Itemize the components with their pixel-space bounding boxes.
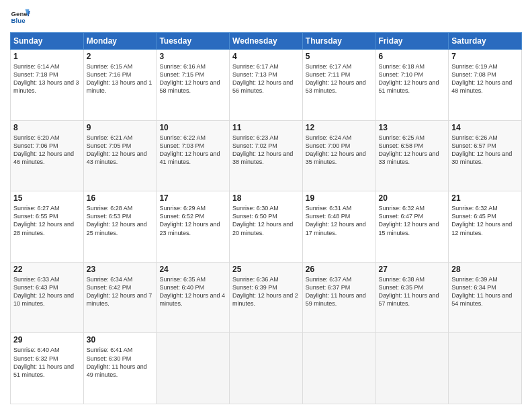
weekday-header-tuesday: Tuesday	[157, 33, 230, 50]
cell-info: Sunrise: 6:29 AMSunset: 6:52 PMDaylight:…	[159, 204, 226, 237]
day-number: 11	[232, 123, 300, 132]
week-row-3: 15Sunrise: 6:27 AMSunset: 6:55 PMDayligh…	[11, 191, 522, 263]
cell-info: Sunrise: 6:22 AMSunset: 7:03 PMDaylight:…	[159, 134, 226, 167]
cell-info: Sunrise: 6:17 AMSunset: 7:13 PMDaylight:…	[232, 62, 300, 95]
calendar-cell: 27Sunrise: 6:38 AMSunset: 6:35 PMDayligh…	[375, 262, 449, 333]
day-number: 17	[159, 193, 226, 203]
day-number: 8	[13, 123, 81, 132]
calendar-cell: 24Sunrise: 6:35 AMSunset: 6:40 PMDayligh…	[157, 262, 230, 333]
calendar-cell: 13Sunrise: 6:25 AMSunset: 6:58 PMDayligh…	[375, 120, 449, 191]
calendar-cell: 3Sunrise: 6:16 AMSunset: 7:15 PMDaylight…	[157, 50, 230, 121]
day-number: 25	[232, 265, 300, 274]
cell-info: Sunrise: 6:27 AMSunset: 6:55 PMDaylight:…	[13, 204, 81, 237]
weekday-header-monday: Monday	[83, 33, 157, 50]
week-row-1: 1Sunrise: 6:14 AMSunset: 7:18 PMDaylight…	[11, 50, 522, 121]
day-number: 5	[306, 52, 373, 61]
calendar-cell: 11Sunrise: 6:23 AMSunset: 7:02 PMDayligh…	[230, 120, 303, 191]
day-number: 2	[87, 52, 154, 61]
day-number: 28	[451, 265, 519, 274]
day-number: 29	[13, 335, 81, 345]
calendar-cell: 18Sunrise: 6:30 AMSunset: 6:50 PMDayligh…	[230, 191, 303, 263]
weekday-header-row: SundayMondayTuesdayWednesdayThursdayFrid…	[11, 33, 522, 50]
cell-info: Sunrise: 6:31 AMSunset: 6:48 PMDaylight:…	[306, 204, 373, 237]
cell-info: Sunrise: 6:35 AMSunset: 6:40 PMDaylight:…	[159, 275, 226, 308]
calendar-cell: 4Sunrise: 6:17 AMSunset: 7:13 PMDaylight…	[230, 50, 303, 121]
calendar-cell	[230, 333, 303, 404]
cell-info: Sunrise: 6:23 AMSunset: 7:02 PMDaylight:…	[232, 134, 300, 167]
cell-info: Sunrise: 6:15 AMSunset: 7:16 PMDaylight:…	[87, 62, 154, 95]
day-number: 15	[13, 193, 81, 203]
cell-info: Sunrise: 6:36 AMSunset: 6:39 PMDaylight:…	[232, 275, 300, 308]
day-number: 6	[379, 52, 446, 61]
calendar-cell: 19Sunrise: 6:31 AMSunset: 6:48 PMDayligh…	[302, 191, 375, 263]
day-number: 27	[379, 265, 446, 274]
cell-info: Sunrise: 6:38 AMSunset: 6:35 PMDaylight:…	[379, 275, 446, 308]
week-row-5: 29Sunrise: 6:40 AMSunset: 6:32 PMDayligh…	[11, 333, 522, 404]
cell-info: Sunrise: 6:32 AMSunset: 6:45 PMDaylight:…	[451, 204, 519, 237]
day-number: 26	[306, 265, 373, 274]
day-number: 18	[232, 193, 300, 203]
logo: General Blue	[10, 7, 30, 27]
cell-info: Sunrise: 6:34 AMSunset: 6:42 PMDaylight:…	[87, 275, 154, 308]
day-number: 14	[451, 123, 519, 132]
day-number: 24	[159, 265, 226, 274]
cell-info: Sunrise: 6:24 AMSunset: 7:00 PMDaylight:…	[306, 134, 373, 167]
cell-info: Sunrise: 6:21 AMSunset: 7:05 PMDaylight:…	[87, 134, 154, 167]
weekday-header-thursday: Thursday	[302, 33, 375, 50]
calendar-cell: 10Sunrise: 6:22 AMSunset: 7:03 PMDayligh…	[157, 120, 230, 191]
cell-info: Sunrise: 6:26 AMSunset: 6:57 PMDaylight:…	[451, 134, 519, 167]
calendar-cell: 26Sunrise: 6:37 AMSunset: 6:37 PMDayligh…	[302, 262, 375, 333]
day-number: 13	[379, 123, 446, 132]
calendar-cell	[302, 333, 375, 404]
weekday-header-sunday: Sunday	[11, 33, 84, 50]
page: General Blue SundayMondayTuesdayWednesda…	[0, 0, 532, 411]
calendar-cell: 12Sunrise: 6:24 AMSunset: 7:00 PMDayligh…	[302, 120, 375, 191]
calendar-cell: 5Sunrise: 6:17 AMSunset: 7:11 PMDaylight…	[302, 50, 375, 121]
cell-info: Sunrise: 6:14 AMSunset: 7:18 PMDaylight:…	[13, 62, 81, 95]
calendar-cell	[157, 333, 230, 404]
day-number: 30	[87, 335, 154, 345]
calendar-cell: 17Sunrise: 6:29 AMSunset: 6:52 PMDayligh…	[157, 191, 230, 263]
cell-info: Sunrise: 6:37 AMSunset: 6:37 PMDaylight:…	[306, 275, 373, 308]
cell-info: Sunrise: 6:17 AMSunset: 7:11 PMDaylight:…	[306, 62, 373, 95]
day-number: 9	[87, 123, 154, 132]
svg-text:Blue: Blue	[11, 17, 26, 24]
calendar-cell: 8Sunrise: 6:20 AMSunset: 7:06 PMDaylight…	[11, 120, 84, 191]
calendar-cell: 6Sunrise: 6:18 AMSunset: 7:10 PMDaylight…	[375, 50, 449, 121]
weekday-header-wednesday: Wednesday	[230, 33, 303, 50]
calendar-cell: 7Sunrise: 6:19 AMSunset: 7:08 PMDaylight…	[449, 50, 522, 121]
weekday-header-saturday: Saturday	[449, 33, 522, 50]
cell-info: Sunrise: 6:25 AMSunset: 6:58 PMDaylight:…	[379, 134, 446, 167]
day-number: 1	[13, 52, 81, 61]
calendar-cell	[375, 333, 449, 404]
header: General Blue	[10, 7, 522, 27]
calendar-cell: 15Sunrise: 6:27 AMSunset: 6:55 PMDayligh…	[11, 191, 84, 263]
cell-info: Sunrise: 6:19 AMSunset: 7:08 PMDaylight:…	[451, 62, 519, 95]
day-number: 12	[306, 123, 373, 132]
calendar-cell: 9Sunrise: 6:21 AMSunset: 7:05 PMDaylight…	[83, 120, 157, 191]
day-number: 23	[87, 265, 154, 274]
calendar-cell: 25Sunrise: 6:36 AMSunset: 6:39 PMDayligh…	[230, 262, 303, 333]
cell-info: Sunrise: 6:28 AMSunset: 6:53 PMDaylight:…	[87, 204, 154, 237]
cell-info: Sunrise: 6:18 AMSunset: 7:10 PMDaylight:…	[379, 62, 446, 95]
calendar-cell	[449, 333, 522, 404]
day-number: 21	[451, 193, 519, 203]
calendar-cell: 23Sunrise: 6:34 AMSunset: 6:42 PMDayligh…	[83, 262, 157, 333]
logo-icon: General Blue	[10, 7, 30, 27]
week-row-2: 8Sunrise: 6:20 AMSunset: 7:06 PMDaylight…	[11, 120, 522, 191]
day-number: 16	[87, 193, 154, 203]
calendar-cell: 30Sunrise: 6:41 AMSunset: 6:30 PMDayligh…	[83, 333, 157, 404]
day-number: 3	[159, 52, 226, 61]
cell-info: Sunrise: 6:32 AMSunset: 6:47 PMDaylight:…	[379, 204, 446, 237]
day-number: 10	[159, 123, 226, 132]
calendar-cell: 28Sunrise: 6:39 AMSunset: 6:34 PMDayligh…	[449, 262, 522, 333]
day-number: 19	[306, 193, 373, 203]
calendar-table: SundayMondayTuesdayWednesdayThursdayFrid…	[10, 32, 522, 404]
day-number: 7	[451, 52, 519, 61]
cell-info: Sunrise: 6:40 AMSunset: 6:32 PMDaylight:…	[13, 346, 81, 379]
cell-info: Sunrise: 6:30 AMSunset: 6:50 PMDaylight:…	[232, 204, 300, 237]
calendar-cell: 2Sunrise: 6:15 AMSunset: 7:16 PMDaylight…	[83, 50, 157, 121]
cell-info: Sunrise: 6:39 AMSunset: 6:34 PMDaylight:…	[451, 275, 519, 308]
cell-info: Sunrise: 6:33 AMSunset: 6:43 PMDaylight:…	[13, 275, 81, 308]
calendar-cell: 20Sunrise: 6:32 AMSunset: 6:47 PMDayligh…	[375, 191, 449, 263]
